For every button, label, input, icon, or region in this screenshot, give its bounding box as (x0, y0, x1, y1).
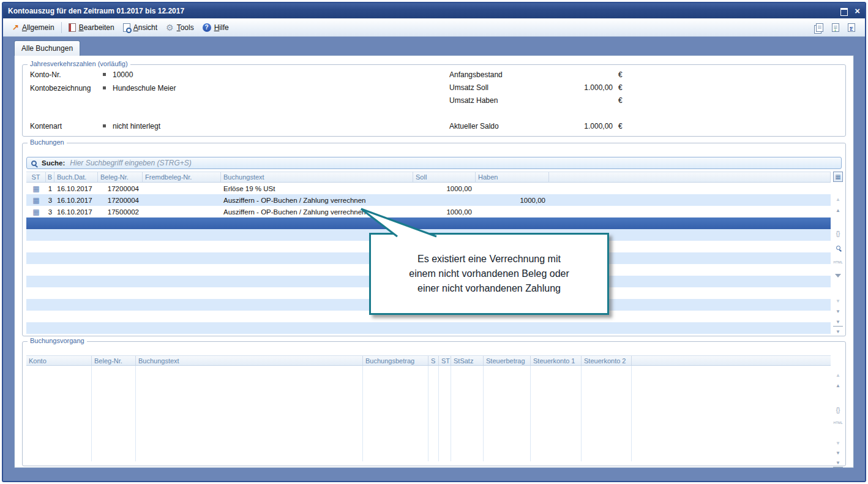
gear-icon (166, 23, 174, 32)
col-st[interactable]: ST (26, 172, 46, 182)
menu-tools[interactable]: Tools (162, 21, 198, 34)
currency-symbol: € (618, 122, 623, 130)
cell-beleg: 17500002 (98, 206, 143, 217)
table-row[interactable]: 1 16.10.2017 17200004 Erlöse 19 % USt 10… (26, 183, 831, 194)
window-controls (840, 7, 860, 15)
field-label: Umsatz Soll (449, 83, 541, 92)
col-st[interactable]: ST (439, 356, 451, 365)
toolbar: Allgemein Bearbeiten Ansicht Tools Hilfe (3, 18, 865, 37)
content-panel: Jahresverkehrszahlen (vorläufig) Konto-N… (14, 55, 854, 468)
warning-callout: Es existiert eine Verrechnung mit einem … (369, 233, 609, 315)
group-title: Buchungsvorgang (28, 337, 87, 344)
nav-down-pale-icon[interactable] (833, 297, 843, 306)
record-grid-icon (32, 208, 39, 216)
toolbar-right-icons (816, 23, 859, 32)
col-stsatz[interactable]: StSatz (451, 356, 484, 365)
nav-up-icon[interactable] (833, 195, 843, 204)
currency-symbol: € (618, 83, 623, 92)
close-icon[interactable] (855, 7, 860, 15)
col-beleg-nr[interactable]: Beleg-Nr. (92, 356, 136, 365)
col-s[interactable]: S (428, 356, 439, 365)
menu-label: Allgemein (22, 23, 54, 32)
menu-allgemein[interactable]: Allgemein (8, 21, 59, 34)
document-export-icon[interactable] (832, 23, 839, 32)
cell-text: Ausziffern - OP-Buchen / Zahlung verrech… (221, 194, 413, 206)
html-view-icon[interactable] (833, 257, 843, 267)
cell-fremdbeleg (143, 194, 221, 206)
document-copy-icon[interactable] (816, 23, 823, 32)
cell-b: 1 (46, 183, 54, 194)
nav-bottom-icon[interactable] (833, 327, 843, 336)
group-jahresverkehrszahlen: Jahresverkehrszahlen (vorläufig) Konto-N… (22, 64, 846, 137)
document-sum-icon[interactable] (848, 23, 855, 32)
group-buchungsvorgang: Buchungsvorgang Konto Beleg-Nr. Buchungs… (22, 341, 846, 466)
bookings-table-header: ST B Buch.Dat. Beleg-Nr. Fremdbeleg-Nr. … (26, 172, 831, 183)
column-chooser-button[interactable] (833, 172, 843, 182)
toolbar-separator (61, 22, 62, 33)
field-umsatz-haben: Umsatz Haben € (449, 96, 623, 105)
braces-icon[interactable] (833, 229, 843, 238)
menu-hilfe[interactable]: Hilfe (198, 21, 233, 34)
col-buchungsbetrag[interactable]: Buchungsbetrag (363, 356, 428, 365)
zoom-icon[interactable] (833, 243, 843, 252)
nav-down-bar-icon[interactable] (833, 317, 843, 327)
cell-fremdbeleg (143, 183, 221, 194)
cell-beleg: 17200004 (98, 194, 143, 206)
col-haben[interactable]: Haben (476, 172, 549, 182)
nav-bottom-icon[interactable] (833, 458, 843, 467)
col-filler (549, 172, 831, 182)
col-buchdat[interactable]: Buch.Dat. (54, 172, 98, 182)
record-icon-cell (26, 206, 46, 217)
view-magnifier-icon (123, 23, 130, 32)
menu-label: Ansicht (133, 23, 157, 32)
nav-up-icon[interactable] (833, 381, 843, 390)
cell-text: Erlöse 19 % USt (221, 183, 413, 194)
record-grid-icon (32, 197, 39, 204)
record-grid-icon (32, 185, 39, 192)
col-fremdbeleg[interactable]: Fremdbeleg-Nr. (143, 172, 221, 182)
search-icon (31, 161, 37, 166)
table-row[interactable]: 3 16.10.2017 17200004 Ausziffern - OP-Bu… (26, 194, 831, 206)
col-beleg-nr[interactable]: Beleg-Nr. (98, 172, 143, 182)
field-label: Aktueller Saldo (449, 122, 541, 130)
cell-haben: 1000,00 (476, 194, 549, 206)
field-label: Anfangsbestand (449, 70, 541, 79)
cell-fremdbeleg (143, 206, 221, 217)
col-buchungstext[interactable]: Buchungstext (136, 356, 363, 365)
col-steuerkonto-2[interactable]: Steuerkonto 2 (582, 356, 632, 365)
record-icon-cell (26, 194, 46, 206)
menu-label: Tools (177, 23, 194, 32)
titlebar: Kontoauszug für den Zeitraum 01.2017 bis… (3, 3, 865, 18)
menu-label: Hilfe (214, 23, 229, 32)
maximize-icon[interactable] (840, 7, 848, 15)
html-view-icon[interactable] (833, 418, 843, 427)
nav-down-icon[interactable] (833, 307, 843, 316)
field-label: Umsatz Haben (449, 96, 541, 105)
currency-symbol: € (618, 96, 623, 105)
nav-down-alt-icon[interactable] (833, 448, 843, 458)
menu-bearbeiten[interactable]: Bearbeiten (64, 21, 119, 34)
nav-down-icon[interactable] (833, 439, 843, 448)
tab-alle-buchungen[interactable]: Alle Buchungen (14, 40, 80, 56)
col-buchungstext[interactable]: Buchungstext (221, 172, 413, 182)
cell-b: 3 (46, 206, 54, 217)
selected-row[interactable] (26, 217, 831, 229)
app-window: Kontoauszug für den Zeitraum 01.2017 bis… (2, 2, 866, 482)
field-value: 1.000,00 (541, 122, 613, 130)
cell-soll (413, 194, 476, 206)
nav-up-alt-icon[interactable] (833, 206, 843, 215)
cell-haben (476, 206, 549, 217)
group-title: Buchungen (28, 138, 67, 146)
col-b[interactable]: B (46, 172, 54, 182)
filter-icon[interactable] (833, 271, 843, 280)
table-row[interactable]: 3 16.10.2017 17500002 Ausziffern - OP-Bu… (26, 206, 831, 217)
col-konto[interactable]: Konto (26, 356, 92, 365)
col-steuerbetrag[interactable]: Steuerbetrag (484, 356, 531, 365)
menu-ansicht[interactable]: Ansicht (119, 21, 162, 34)
search-input[interactable] (70, 159, 837, 167)
braces-icon[interactable] (833, 406, 843, 415)
col-soll[interactable]: Soll (413, 172, 476, 182)
col-steuerkonto-1[interactable]: Steuerkonto 1 (531, 356, 582, 365)
nav-top-icon[interactable] (833, 371, 843, 380)
field-label: Kontenart (30, 122, 103, 130)
